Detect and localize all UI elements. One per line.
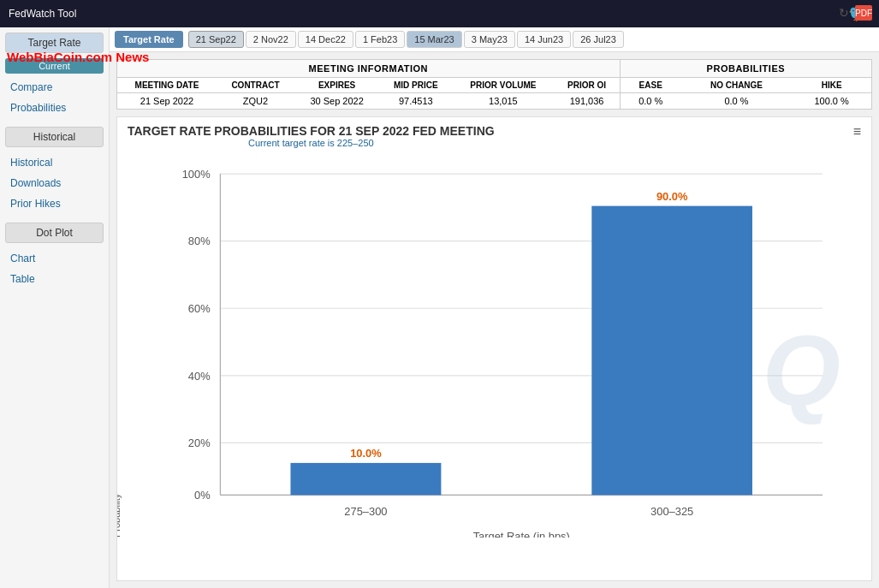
svg-text:90.0%: 90.0% (656, 190, 688, 203)
val-meeting-date: 21 Sep 2022 (117, 93, 217, 110)
meeting-info-title: MEETING INFORMATION (117, 60, 620, 78)
col-contract: CONTRACT (217, 78, 294, 93)
val-prior-oi: 191,036 (554, 93, 619, 110)
col-ease: EASE (621, 78, 681, 93)
svg-text:100%: 100% (182, 168, 211, 181)
val-prior-volume: 13,015 (452, 93, 554, 110)
bar-300-325 (591, 206, 752, 496)
svg-text:20%: 20% (188, 437, 211, 449)
pdf-icon[interactable]: PDF (855, 5, 872, 21)
chart-svg: 100% 80% 60% 40% 20% 0% 10.0% 275–300 (160, 151, 863, 538)
val-ease: 0.0 % (621, 93, 681, 110)
tab-2nov22[interactable]: 2 Nov22 (246, 31, 296, 48)
meeting-info-table: MEETING DATE CONTRACT EXPIRES MID PRICE … (117, 78, 620, 109)
val-hike: 100.0 % (792, 93, 871, 110)
probabilities-table: EASE NO CHANGE HIKE 0.0 % 0.0 % 100.0 % (621, 78, 871, 109)
sidebar-item-compare[interactable]: Compare (0, 77, 109, 98)
chart-title: TARGET RATE PROBABILITIES FOR 21 SEP 202… (128, 124, 495, 138)
col-meeting-date: MEETING DATE (117, 78, 217, 93)
svg-text:80%: 80% (188, 235, 211, 247)
historical-section-button[interactable]: Historical (5, 127, 103, 147)
sidebar-item-prior-hikes[interactable]: Prior Hikes (0, 193, 109, 214)
target-rate-tab[interactable]: Target Rate (115, 31, 183, 48)
sidebar-item-downloads[interactable]: Downloads (0, 173, 109, 193)
col-prior-oi: PRIOR OI (554, 78, 619, 93)
val-mid-price: 97.4513 (379, 93, 452, 110)
tab-14jun23[interactable]: 14 Jun23 (517, 31, 571, 48)
reload-button[interactable]: ↻ (836, 5, 852, 21)
svg-text:300–325: 300–325 (650, 505, 693, 518)
content-area: Target Rate 21 Sep22 2 Nov22 14 Dec22 1 … (110, 27, 879, 588)
col-hike: HIKE (792, 78, 871, 93)
svg-text:60%: 60% (188, 302, 211, 315)
sidebar-item-historical[interactable]: Historical (0, 152, 109, 173)
chart-section: TARGET RATE PROBABILITIES FOR 21 SEP 202… (116, 116, 872, 581)
svg-text:10.0%: 10.0% (350, 447, 382, 460)
svg-text:Target Rate (in bps): Target Rate (in bps) (473, 530, 570, 538)
svg-text:0%: 0% (194, 489, 211, 502)
tab-21sep22[interactable]: 21 Sep22 (188, 31, 244, 48)
sidebar-item-probabilities[interactable]: Probabilities (0, 98, 109, 118)
chart-container: Probability 100% 80% 60% 40% 20% 0% (117, 151, 871, 563)
val-no-change: 0.0 % (681, 93, 792, 110)
sidebar-item-table[interactable]: Table (0, 269, 109, 289)
meeting-section: MEETING INFORMATION MEETING DATE CONTRAC… (116, 59, 872, 110)
svg-text:275–300: 275–300 (344, 505, 387, 518)
sidebar-item-chart[interactable]: Chart (0, 248, 109, 269)
val-contract: ZQU2 (217, 93, 294, 110)
col-prior-volume: PRIOR VOLUME (452, 78, 554, 93)
app-title: FedWatch Tool (9, 8, 76, 20)
probabilities-block: PROBABILITIES EASE NO CHANGE HIKE 0.0 % … (621, 60, 871, 109)
y-axis-label: Probability (116, 151, 122, 538)
tab-14dec22[interactable]: 14 Dec22 (298, 31, 353, 48)
tab-1feb23[interactable]: 1 Feb23 (355, 31, 405, 48)
col-mid-price: MID PRICE (379, 78, 452, 93)
svg-text:Q: Q (763, 314, 840, 426)
tab-26jul23[interactable]: 26 Jul23 (573, 31, 624, 48)
chart-subtitle: Current target rate is 225–250 (128, 138, 495, 148)
target-rate-button[interactable]: Target Rate (5, 33, 103, 53)
chart-header: TARGET RATE PROBABILITIES FOR 21 SEP 202… (117, 117, 871, 151)
tab-15mar23[interactable]: 15 Mar23 (407, 31, 461, 48)
hamburger-icon[interactable]: ≡ (853, 124, 861, 140)
dot-plot-section-button[interactable]: Dot Plot (5, 223, 103, 243)
tab-row: Target Rate 21 Sep22 2 Nov22 14 Dec22 1 … (110, 27, 879, 52)
meeting-info-block: MEETING INFORMATION MEETING DATE CONTRAC… (117, 60, 621, 109)
sidebar: Target Rate Current Compare Probabilitie… (0, 27, 110, 588)
col-no-change: NO CHANGE (681, 78, 792, 93)
svg-text:40%: 40% (188, 370, 211, 383)
tab-3may23[interactable]: 3 May23 (464, 31, 515, 48)
probabilities-title: PROBABILITIES (621, 60, 871, 78)
col-expires: EXPIRES (294, 78, 379, 93)
current-section-label: Current (5, 58, 103, 74)
bar-275-300 (290, 463, 441, 496)
val-expires: 30 Sep 2022 (294, 93, 379, 110)
